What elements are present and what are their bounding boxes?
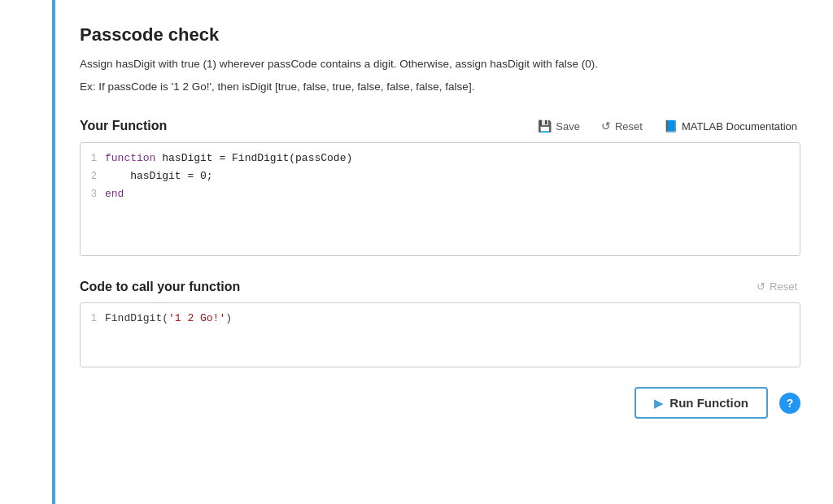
call-section-title: Code to call your function — [80, 280, 240, 294]
bottom-bar: ▶ Run Function ? — [80, 387, 800, 427]
call-code-lines: 1 FindDigit('1 2 Go!') — [81, 303, 800, 337]
function-code-editor[interactable]: 1 function hasDigit = FindDigit(passCode… — [80, 142, 800, 256]
help-button[interactable]: ? — [779, 393, 800, 414]
run-function-label: Run Function — [669, 396, 748, 410]
save-label: Save — [556, 120, 580, 133]
run-function-button[interactable]: ▶ Run Function — [635, 387, 768, 419]
call-code-editor[interactable]: 1 FindDigit('1 2 Go!') — [80, 302, 800, 367]
book-icon: 📘 — [664, 119, 678, 133]
save-icon: 💾 — [538, 119, 552, 133]
reset-label: Reset — [615, 120, 643, 133]
line-content-2: hasDigit = 0; — [105, 170, 800, 182]
main-content: Passcode check Assign hasDigit with true… — [55, 0, 833, 504]
toolbar-actions: 💾 Save ↺ Reset 📘 MATLAB Documentation — [534, 118, 800, 134]
description-2: Ex: If passCode is '1 2 Go!', then isDig… — [80, 78, 800, 96]
line-number-3: 3 — [81, 188, 105, 200]
call-section: Code to call your function ↺ Reset 1 Fin… — [80, 279, 800, 367]
call-reset-icon: ↺ — [757, 280, 765, 293]
code-line-3: 3 end — [81, 187, 800, 205]
page-title: Passcode check — [80, 24, 800, 46]
line-number-2: 2 — [81, 170, 105, 182]
function-code-lines: 1 function hasDigit = FindDigit(passCode… — [81, 143, 800, 213]
line-content-3: end — [105, 188, 800, 200]
description-1: Assign hasDigit with true (1) wherever p… — [80, 55, 800, 73]
call-code-line-1: 1 FindDigit('1 2 Go!') — [81, 311, 800, 329]
call-line-content-1: FindDigit('1 2 Go!') — [105, 312, 800, 324]
code-line-2: 2 hasDigit = 0; — [81, 169, 800, 187]
code-line-1: 1 function hasDigit = FindDigit(passCode… — [81, 151, 800, 169]
call-reset-label: Reset — [770, 280, 797, 293]
your-function-header: Your Function 💾 Save ↺ Reset 📘 MATLAB Do… — [80, 118, 800, 134]
call-section-header: Code to call your function ↺ Reset — [80, 279, 800, 294]
save-button[interactable]: 💾 Save — [534, 118, 583, 134]
run-icon: ▶ — [654, 397, 663, 410]
your-function-title: Your Function — [80, 119, 167, 133]
call-line-number-1: 1 — [81, 312, 105, 324]
line-content-1: function hasDigit = FindDigit(passCode) — [105, 152, 800, 164]
help-label: ? — [787, 397, 794, 410]
matlab-doc-label: MATLAB Documentation — [682, 120, 797, 133]
call-reset-button[interactable]: ↺ Reset — [753, 279, 800, 294]
matlab-doc-button[interactable]: 📘 MATLAB Documentation — [661, 118, 800, 134]
line-number-1: 1 — [81, 152, 105, 164]
reset-icon: ↺ — [601, 119, 611, 133]
reset-button[interactable]: ↺ Reset — [598, 118, 646, 134]
left-border — [0, 0, 55, 504]
